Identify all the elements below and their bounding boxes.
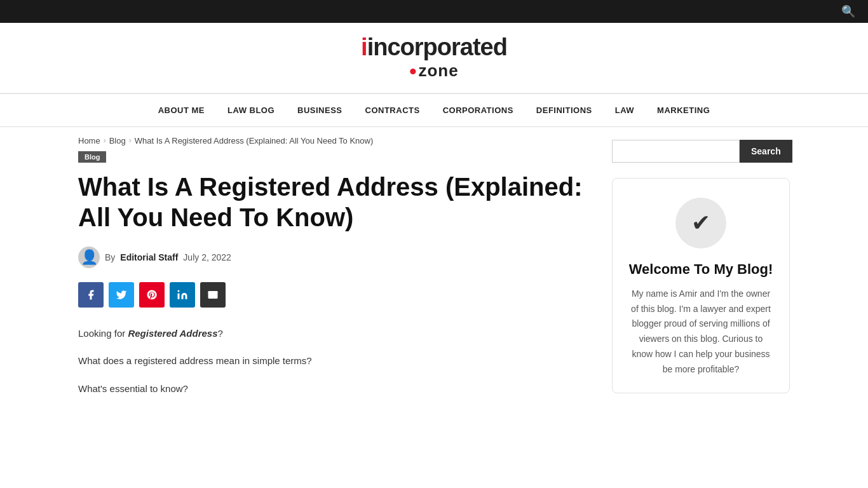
header: iincorporated •zone xyxy=(0,23,868,93)
article-para-1: Looking for Registered Address? xyxy=(78,325,587,342)
article-body: Looking for Registered Address? What doe… xyxy=(78,325,587,397)
author-name: Editorial Staff xyxy=(120,252,178,262)
sidebar: Search ✔ Welcome To My Blog! My name is … xyxy=(612,127,790,409)
bold-italic-term: Registered Address xyxy=(128,328,217,339)
article-para-3: What's essential to know? xyxy=(78,381,587,397)
svg-point-1 xyxy=(178,290,180,292)
nav-item-business[interactable]: BUSINESS xyxy=(286,94,353,126)
welcome-card: ✔ Welcome To My Blog! My name is Amir an… xyxy=(612,178,790,393)
logo[interactable]: iincorporated •zone xyxy=(361,34,507,81)
nav-item-law[interactable]: LAW xyxy=(604,94,646,126)
logo-dot: • xyxy=(409,61,417,81)
nav-item-law-blog[interactable]: LAW BLOG xyxy=(216,94,286,126)
svg-rect-0 xyxy=(178,294,180,299)
content-wrapper: Home › Blog › What Is A Registered Addre… xyxy=(53,127,815,409)
article-para-2: What does a registered address mean in s… xyxy=(78,353,587,369)
breadcrumb: Home › Blog › What Is A Registered Addre… xyxy=(78,127,587,151)
main-column: Home › Blog › What Is A Registered Addre… xyxy=(78,127,587,409)
share-pinterest-button[interactable] xyxy=(139,282,165,308)
author-line: 👤 By Editorial Staff July 2, 2022 xyxy=(78,247,587,268)
welcome-title: Welcome To My Blog! xyxy=(628,261,774,278)
search-widget: Search xyxy=(612,140,790,163)
blog-tag[interactable]: Blog xyxy=(78,151,106,163)
logo-line2: •zone xyxy=(361,61,507,81)
main-nav: ABOUT ME LAW BLOG BUSINESS CONTRACTS COR… xyxy=(0,93,868,127)
search-input[interactable] xyxy=(612,140,740,163)
breadcrumb-sep1: › xyxy=(104,136,106,145)
author-by: By xyxy=(105,252,115,262)
author-avatar: 👤 xyxy=(78,247,100,268)
welcome-text: My name is Amir and I'm the owner of thi… xyxy=(628,287,774,377)
share-email-button[interactable] xyxy=(200,282,226,308)
nav-item-about-me[interactable]: ABOUT ME xyxy=(147,94,216,126)
breadcrumb-blog[interactable]: Blog xyxy=(109,136,126,146)
breadcrumb-sep2: › xyxy=(129,136,132,145)
nav-item-definitions[interactable]: DEFINITIONS xyxy=(525,94,604,126)
search-button[interactable]: Search xyxy=(740,140,792,163)
article-date: July 2, 2022 xyxy=(183,252,231,262)
nav-item-marketing[interactable]: MARKETING xyxy=(646,94,721,126)
welcome-check-icon: ✔ xyxy=(675,198,726,248)
social-buttons xyxy=(78,282,587,308)
nav-item-corporations[interactable]: CORPORATIONS xyxy=(431,94,525,126)
share-linkedin-button[interactable] xyxy=(170,282,195,308)
share-facebook-button[interactable] xyxy=(78,282,104,308)
top-bar: 🔍 xyxy=(0,0,868,23)
search-icon-top[interactable]: 🔍 xyxy=(841,4,855,18)
article-title: What Is A Registered Address (Explained:… xyxy=(78,172,587,233)
breadcrumb-current: What Is A Registered Address (Explained:… xyxy=(135,136,374,146)
logo-line1: iincorporated xyxy=(361,34,507,61)
breadcrumb-home[interactable]: Home xyxy=(78,136,100,146)
nav-item-contracts[interactable]: CONTRACTS xyxy=(354,94,431,126)
share-twitter-button[interactable] xyxy=(109,282,134,308)
